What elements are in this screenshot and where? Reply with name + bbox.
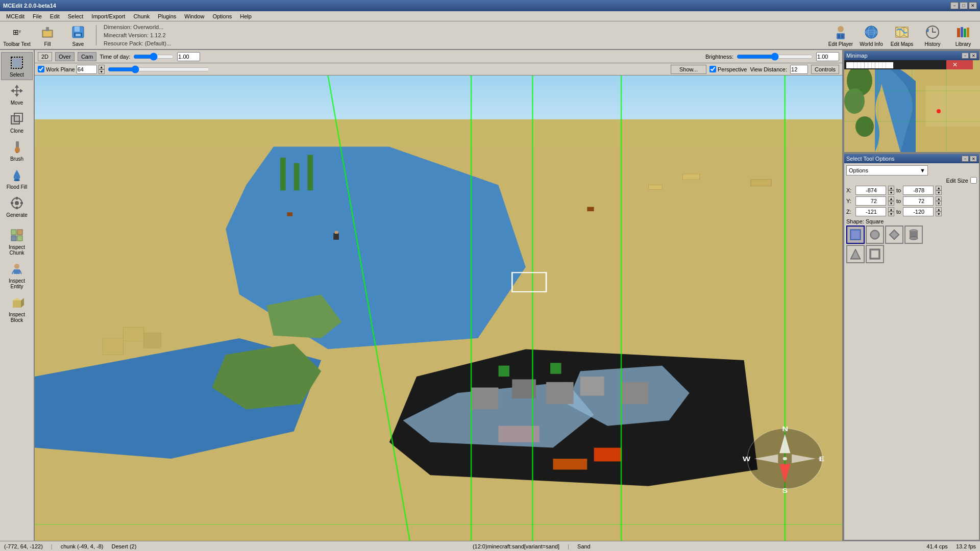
world-info-btn[interactable]: World Info <box>856 22 886 48</box>
select-options-minimize-btn[interactable]: − <box>962 156 969 162</box>
minimize-btn[interactable]: − <box>950 2 959 9</box>
brightness-value-input[interactable] <box>816 52 839 61</box>
view-cam-btn[interactable]: Cam <box>78 52 96 61</box>
menu-file[interactable]: File <box>29 12 46 20</box>
z-to-spin-down[interactable]: ▼ <box>936 212 942 216</box>
circle-shape-btn[interactable] <box>866 226 884 244</box>
move-tool[interactable]: Move <box>1 80 33 108</box>
options-dropdown[interactable]: Options ▼ <box>846 165 928 176</box>
z-from-spin-up[interactable]: ▲ <box>888 207 894 212</box>
select-tool[interactable]: Select <box>1 52 33 80</box>
edit-maps-btn[interactable]: Edit Maps <box>887 22 917 48</box>
y-to-input[interactable] <box>903 196 934 206</box>
x-from-spin-down[interactable]: ▼ <box>888 190 894 195</box>
edit-player-btn[interactable]: Edit Player <box>826 22 855 48</box>
workplane-spin[interactable]: ▲ ▼ <box>99 65 105 74</box>
world-info-icon <box>863 24 879 40</box>
hollow-shape-btn[interactable] <box>866 245 884 263</box>
library-btn[interactable]: Library <box>948 22 978 48</box>
flood-fill-tool[interactable]: Flood Fill <box>1 164 33 192</box>
menu-help[interactable]: Help <box>236 12 256 20</box>
save-btn[interactable]: Save <box>63 22 93 48</box>
inspect-chunk-tool[interactable]: Inspect Chunk <box>1 224 33 258</box>
toolbar-text-label: Toolbar Text <box>3 41 31 47</box>
pyramid-shape-btn[interactable] <box>846 245 865 263</box>
svg-point-39 <box>14 179 20 181</box>
inspect-entity-icon <box>9 261 25 277</box>
menu-importexport[interactable]: Import/Export <box>87 12 129 20</box>
toolbar-sep-1 <box>96 25 96 45</box>
clone-tool[interactable]: Clone <box>1 108 33 136</box>
maximize-btn[interactable]: □ <box>960 2 968 9</box>
y-to-spin-up[interactable]: ▲ <box>936 196 942 201</box>
x-from-input[interactable] <box>855 186 886 195</box>
time-slider[interactable] <box>133 53 174 61</box>
history-btn[interactable]: History <box>918 22 947 48</box>
show-btn[interactable]: Show... <box>671 65 706 74</box>
z-coord-row: Z: ▲ ▼ to ▲ ▼ <box>846 207 977 216</box>
workplane-checkbox[interactable] <box>38 66 44 72</box>
mc-version-info: Minecraft Version: 1.12.2 <box>104 31 171 39</box>
fill-btn[interactable]: Fill <box>33 22 62 48</box>
brightness-slider[interactable] <box>737 53 813 61</box>
svg-rect-96 <box>499 366 509 377</box>
library-icon <box>955 24 971 40</box>
svg-rect-35 <box>11 116 19 124</box>
diamond-shape-btn[interactable] <box>885 226 903 244</box>
inspect-block-icon <box>9 294 25 311</box>
time-value-input[interactable] <box>177 52 200 61</box>
dimension-info: Dimension: Overworld... <box>104 23 171 31</box>
options-dropdown-arrow: ▼ <box>920 167 925 173</box>
x-to-spin-down[interactable]: ▼ <box>936 190 942 195</box>
close-btn[interactable]: ✕ <box>969 2 977 9</box>
workplane-slider[interactable] <box>108 65 210 73</box>
viewport[interactable]: N S E W <box>35 76 842 541</box>
svg-rect-95 <box>287 212 292 216</box>
cylinder-shape-btn[interactable] <box>904 226 923 244</box>
x-from-spin-up[interactable]: ▲ <box>888 186 894 190</box>
x-to-input[interactable] <box>903 186 934 195</box>
edit-size-label: Edit Size <box>946 178 968 184</box>
title-bar: MCEdit 2.0.0-beta14 − □ ✕ <box>0 0 980 11</box>
window-controls: − □ ✕ <box>950 2 977 9</box>
minimap-close-btn[interactable]: ✕ <box>970 53 977 59</box>
square-shape-btn[interactable] <box>846 226 865 244</box>
y-to-spin-down[interactable]: ▼ <box>936 201 942 206</box>
select-options-titlebar: Select Tool Options − ✕ <box>844 154 979 163</box>
minimap-minimize-btn[interactable]: − <box>962 53 969 59</box>
y-from-spin-down[interactable]: ▼ <box>888 201 894 206</box>
menu-window[interactable]: Window <box>180 12 208 20</box>
z-from-spin-down[interactable]: ▼ <box>888 212 894 216</box>
view-over-btn[interactable]: Over <box>55 52 75 61</box>
x-to-spin-up[interactable]: ▲ <box>936 186 942 190</box>
brush-tool[interactable]: Brush <box>1 136 33 164</box>
workplane-value-input[interactable] <box>77 65 97 74</box>
inspect-block-tool[interactable]: Inspect Block <box>1 292 33 325</box>
minimap-canvas[interactable]: █████████████ ✕ <box>844 60 980 152</box>
menu-chunk[interactable]: Chunk <box>129 12 154 20</box>
menu-plugins[interactable]: Plugins <box>154 12 180 20</box>
generate-tool[interactable]: Generate <box>1 192 33 220</box>
z-to-spin-up[interactable]: ▲ <box>936 207 942 212</box>
menu-mcedit[interactable]: MCEdit <box>2 12 29 20</box>
library-label: Library <box>955 41 971 47</box>
menu-edit[interactable]: Edit <box>46 12 64 20</box>
view-distance-input[interactable] <box>790 65 808 74</box>
menu-options[interactable]: Options <box>208 12 236 20</box>
z-to-input[interactable] <box>903 207 934 216</box>
workplane-spin-down[interactable]: ▼ <box>99 69 105 74</box>
controls-btn[interactable]: Controls <box>811 65 839 74</box>
menu-select[interactable]: Select <box>64 12 88 20</box>
perspective-checkbox[interactable] <box>709 66 716 72</box>
view-2d-btn[interactable]: 2D <box>38 52 52 61</box>
svg-rect-6 <box>76 34 81 36</box>
y-from-input[interactable] <box>855 196 886 206</box>
move-icon <box>9 83 25 99</box>
z-from-input[interactable] <box>855 207 886 216</box>
select-options-close-btn[interactable]: ✕ <box>970 156 977 162</box>
toolbar-text-btn[interactable]: ⊞T Toolbar Text <box>2 22 32 48</box>
y-from-spin-up[interactable]: ▲ <box>888 196 894 201</box>
edit-size-checkbox[interactable] <box>970 177 977 184</box>
inspect-entity-tool[interactable]: Inspect Entity <box>1 258 33 292</box>
workplane-spin-up[interactable]: ▲ <box>99 65 105 69</box>
